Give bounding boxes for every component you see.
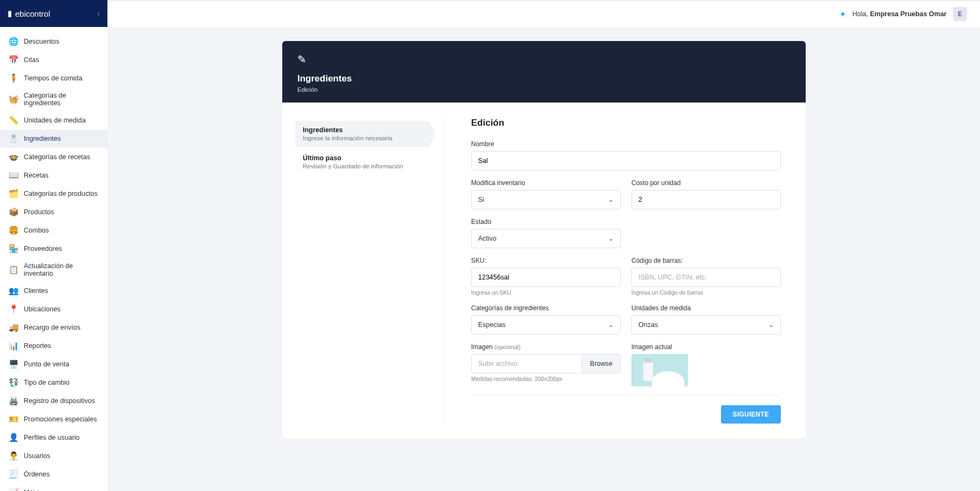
- nav-label: Proveedores: [24, 245, 62, 253]
- content: ✎ Ingredientes Edición IngredientesIngre…: [108, 27, 980, 491]
- step-title: Último paso: [303, 154, 423, 162]
- nombre-label: Nombre: [471, 140, 781, 148]
- nav-label: Actualización de inventario: [24, 262, 99, 277]
- sidebar-item-0[interactable]: 🌐Descuentos: [0, 32, 107, 51]
- sidebar-item-22[interactable]: 👨‍💼Usuarios: [0, 447, 107, 465]
- sidebar-item-1[interactable]: 📅Citas: [0, 51, 107, 69]
- file-placeholder[interactable]: Subir archivo: [471, 354, 582, 373]
- nav-icon: 🎫: [9, 414, 18, 424]
- sidebar-item-18[interactable]: 💱Tipo de cambio: [0, 373, 107, 392]
- steps-panel: IngredientesIngrese la información neces…: [282, 118, 444, 424]
- nav-icon: 🧾: [9, 469, 18, 479]
- nav-icon: 🖥️: [9, 359, 18, 369]
- sidebar-item-2[interactable]: 🧍Tiempos de comida: [0, 69, 107, 87]
- divider: [471, 395, 781, 395]
- nav-label: Métricas: [24, 489, 49, 491]
- nav-icon: 🧍: [9, 73, 18, 83]
- greeting: Hola, Empresa Pruebas Omar: [853, 10, 947, 18]
- nav-icon: 🧺: [9, 94, 18, 104]
- sidebar-item-10[interactable]: 🍔Combos: [0, 221, 107, 240]
- next-button[interactable]: SIGUIENTE: [721, 405, 781, 424]
- browse-button[interactable]: Browse: [582, 354, 621, 373]
- sidebar-item-23[interactable]: 🧾Órdenes: [0, 465, 107, 483]
- edit-form: Edición Nombre Modifica inven: [444, 118, 806, 424]
- nav-icon: 🍲: [9, 152, 18, 162]
- barcode-hint: Ingresa un Código de barras: [631, 289, 781, 296]
- step-desc: Revisión y Guardado de información: [303, 163, 423, 169]
- sidebar-item-17[interactable]: 🖥️Punto de venta: [0, 355, 107, 373]
- sidebar-item-19[interactable]: 🖨️Registro de dispositivos: [0, 392, 107, 410]
- sidebar-item-16[interactable]: 📊Reportes: [0, 337, 107, 355]
- sidebar-item-24[interactable]: 📈Métricas: [0, 483, 107, 491]
- nombre-input-wrap: [471, 151, 781, 171]
- unit-value: Onzas: [638, 321, 658, 329]
- nav-icon: 🌐: [9, 37, 18, 46]
- modifica-select[interactable]: Si ⌄: [471, 190, 621, 209]
- nav-icon: 📍: [9, 304, 18, 314]
- cat-label: Categorías de ingredientes: [471, 304, 621, 312]
- barcode-input-wrap: [631, 268, 781, 287]
- sidebar-item-5[interactable]: 🧂Ingredientes: [0, 129, 107, 148]
- brand-name: ebicontrol: [15, 9, 50, 18]
- nav-label: Punto de venta: [24, 360, 69, 368]
- nav-icon: 📅: [9, 55, 18, 65]
- sidebar-item-14[interactable]: 📍Ubicaciones: [0, 300, 107, 318]
- nav-label: Clientes: [24, 287, 48, 295]
- nav-label: Unidades de medida: [24, 117, 86, 124]
- sidebar-item-7[interactable]: 📖Recetas: [0, 166, 107, 185]
- unit-select[interactable]: Onzas ⌄: [631, 315, 781, 335]
- sidebar-item-15[interactable]: 🚚Recargo de envíos: [0, 318, 107, 337]
- nombre-input[interactable]: [478, 157, 774, 165]
- sidebar-item-12[interactable]: 📋Actualización de inventario: [0, 258, 107, 282]
- nav-label: Perfiles de usuario: [24, 434, 80, 441]
- form-actions: SIGUIENTE: [471, 405, 781, 424]
- sidebar-collapse-icon[interactable]: ‹: [97, 9, 100, 18]
- nav-label: Recargo de envíos: [24, 324, 80, 331]
- sku-input[interactable]: [478, 274, 614, 281]
- nav-icon: 🗂️: [9, 189, 18, 199]
- nav-label: Reportes: [24, 342, 51, 350]
- cat-select[interactable]: Especias ⌄: [471, 315, 621, 335]
- sidebar-item-6[interactable]: 🍲Categorías de recetas: [0, 148, 107, 166]
- greeting-prefix: Hola,: [853, 10, 868, 18]
- barcode-input[interactable]: [638, 274, 774, 281]
- step-1[interactable]: Último pasoRevisión y Guardado de inform…: [295, 149, 431, 175]
- brand-logo: ▮ ebicontrol: [8, 9, 50, 18]
- nav-icon: 👤: [9, 433, 18, 442]
- sidebar-item-4[interactable]: 📏Unidades de medida: [0, 111, 107, 129]
- sidebar-item-21[interactable]: 👤Perfiles de usuario: [0, 428, 107, 447]
- nav-icon: 🍔: [9, 226, 18, 235]
- sidebar-item-8[interactable]: 🗂️Categorías de productos: [0, 185, 107, 203]
- sidebar-item-3[interactable]: 🧺Categorías de ingredientes: [0, 87, 107, 111]
- nav-icon: 📏: [9, 115, 18, 125]
- costo-input[interactable]: [638, 196, 774, 203]
- estado-select[interactable]: Activo ⌄: [471, 229, 621, 248]
- topbar: ✦ Hola, Empresa Pruebas Omar E: [108, 0, 980, 27]
- nav-label: Registro de dispositivos: [24, 397, 95, 405]
- card-header: ✎ Ingredientes Edición: [282, 41, 806, 103]
- modifica-value: Si: [478, 196, 484, 203]
- nav-label: Tipo de cambio: [24, 379, 70, 386]
- nav-icon: 📊: [9, 341, 18, 351]
- nav-label: Recetas: [24, 172, 49, 179]
- sidebar-item-11[interactable]: 🏪Proveedores: [0, 240, 107, 258]
- salt-pile-icon: [652, 371, 684, 386]
- nav-label: Tiempos de comida: [24, 74, 83, 82]
- sidebar-nav: 🌐Descuentos📅Citas🧍Tiempos de comida🧺Cate…: [0, 27, 107, 491]
- chevron-down-icon: ⌄: [608, 235, 614, 242]
- sparkle-icon[interactable]: ✦: [839, 9, 846, 19]
- step-0[interactable]: IngredientesIngrese la información neces…: [295, 121, 431, 147]
- main: ✦ Hola, Empresa Pruebas Omar E ✎ Ingredi…: [108, 0, 980, 491]
- sidebar-item-9[interactable]: 📦Productos: [0, 203, 107, 221]
- nav-icon: 🧂: [9, 134, 18, 144]
- sidebar-item-20[interactable]: 🎫Promociones especiales: [0, 410, 107, 428]
- nav-label: Descuentos: [24, 38, 59, 45]
- page-subtitle: Edición: [297, 86, 791, 93]
- sidebar-item-13[interactable]: 👥Clientes: [0, 282, 107, 300]
- avatar[interactable]: E: [953, 7, 967, 21]
- form-title: Edición: [471, 118, 781, 128]
- unit-label: Unidades de medida: [631, 304, 781, 312]
- chevron-down-icon: ⌄: [608, 321, 614, 329]
- nav-label: Usuarios: [24, 452, 50, 460]
- nav-label: Citas: [24, 56, 39, 64]
